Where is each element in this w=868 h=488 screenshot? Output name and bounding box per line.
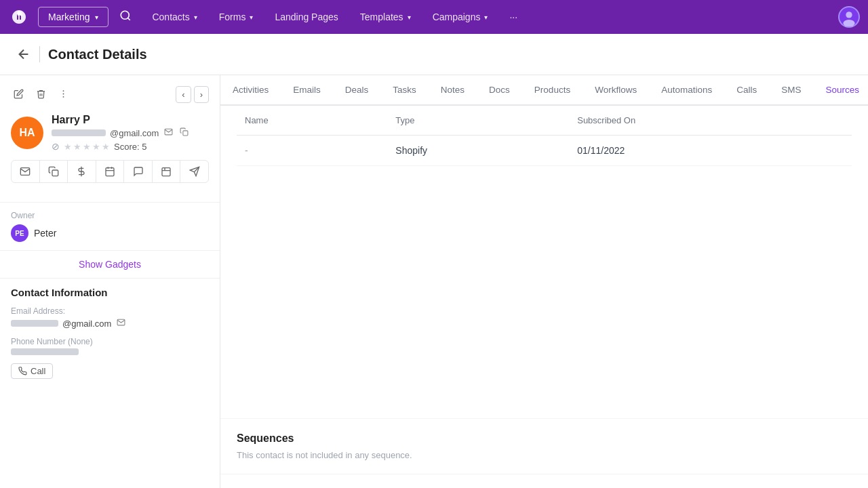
- nav-campaigns[interactable]: Campaigns ▾: [423, 6, 498, 28]
- tab-deals[interactable]: Deals: [333, 75, 381, 106]
- contacts-chevron: ▾: [194, 14, 197, 21]
- sources-table-head: Name Type Subscribed On: [237, 106, 852, 136]
- email-value: @gmail.com: [11, 318, 209, 329]
- tab-docs[interactable]: Docs: [477, 75, 522, 106]
- tab-automations[interactable]: Automations: [649, 75, 724, 106]
- billing-button[interactable]: [68, 161, 96, 182]
- tab-activities[interactable]: Activities: [220, 75, 281, 106]
- page-header: Contact Details: [0, 34, 868, 75]
- owner-name: Peter: [34, 228, 56, 239]
- owner-row: PE Peter: [11, 224, 209, 242]
- contact-card: ‹ › HA Harry P @gmail.com: [0, 75, 220, 203]
- svg-rect-12: [106, 168, 114, 176]
- nav-contacts[interactable]: Contacts ▾: [142, 6, 206, 28]
- marketing-label: Marketing: [48, 12, 90, 22]
- nav-forms[interactable]: Forms ▾: [210, 6, 263, 28]
- tab-sms[interactable]: SMS: [769, 75, 813, 106]
- back-button[interactable]: [16, 47, 31, 62]
- main-layout: ‹ › HA Harry P @gmail.com: [0, 75, 868, 488]
- tab-calls[interactable]: Calls: [724, 75, 769, 106]
- header-divider: [39, 46, 40, 62]
- tab-notes[interactable]: Notes: [429, 75, 477, 106]
- contact-email-row: @gmail.com: [52, 127, 190, 138]
- svg-point-3: [846, 12, 852, 18]
- task-button[interactable]: [153, 161, 181, 182]
- sources-table-header-row: Name Type Subscribed On: [237, 106, 852, 136]
- call-button[interactable]: Call: [11, 363, 53, 379]
- col-subscribed: Subscribed On: [569, 106, 852, 136]
- phone-label: Phone Number (None): [11, 337, 209, 346]
- phone-value: [11, 348, 209, 355]
- top-nav: Marketing ▾ Contacts ▾ Forms ▾ Landing P…: [0, 0, 868, 34]
- svg-point-0: [121, 11, 130, 19]
- nav-landing-pages[interactable]: Landing Pages: [265, 6, 347, 28]
- nav-templates[interactable]: Templates ▾: [351, 6, 420, 28]
- next-contact-button[interactable]: ›: [194, 86, 209, 103]
- stars: ★★★★★: [64, 142, 110, 152]
- campaigns-chevron: ▾: [484, 14, 488, 21]
- contact-card-actions: ‹ ›: [11, 86, 209, 103]
- delete-button[interactable]: [33, 87, 49, 102]
- source-name: -: [237, 136, 387, 166]
- calendar-button[interactable]: [96, 161, 125, 182]
- email-blurred: [52, 129, 106, 136]
- source-type: Shopify: [387, 136, 569, 166]
- user-avatar[interactable]: [838, 6, 860, 28]
- svg-rect-16: [162, 168, 170, 176]
- tab-emails[interactable]: Emails: [281, 75, 333, 106]
- col-name: Name: [237, 106, 387, 136]
- tab-products[interactable]: Products: [522, 75, 583, 106]
- send-email-button[interactable]: [12, 161, 40, 182]
- tab-workflows[interactable]: Workflows: [583, 75, 649, 106]
- email-label: Email Address:: [11, 306, 209, 316]
- copy-email-button[interactable]: [178, 127, 190, 138]
- contact-info-row: HA Harry P @gmail.com: [11, 114, 209, 152]
- contact-name: Harry P: [52, 114, 190, 126]
- svg-point-7: [63, 93, 64, 94]
- marketing-chevron: ▾: [95, 14, 98, 21]
- email-icon-button[interactable]: [163, 127, 174, 138]
- email-blurred-2: [11, 320, 58, 327]
- sources-content: Name Type Subscribed On -Shopify01/11/20…: [220, 106, 868, 418]
- phone-blurred: [11, 348, 79, 355]
- contact-details: Harry P @gmail.com: [52, 114, 190, 152]
- owner-avatar: PE: [11, 224, 28, 242]
- score-label: Score: 5: [114, 142, 146, 152]
- email-suffix-2: @gmail.com: [62, 319, 111, 329]
- search-button[interactable]: [111, 4, 140, 30]
- nav-more[interactable]: ···: [500, 6, 527, 28]
- marketing-dropdown[interactable]: Marketing ▾: [38, 7, 108, 27]
- edit-button[interactable]: [11, 87, 26, 102]
- contact-information: Contact Information Email Address: @gmai…: [0, 279, 220, 387]
- sources-table: Name Type Subscribed On -Shopify01/11/20…: [237, 106, 852, 166]
- card-action-left: [11, 87, 71, 102]
- owner-label: Owner: [11, 211, 209, 220]
- send-button[interactable]: [180, 161, 208, 182]
- score-icon: ⊘: [52, 141, 60, 152]
- tab-sources[interactable]: Sources: [813, 75, 868, 106]
- chat-button[interactable]: [124, 161, 153, 182]
- page-title: Contact Details: [48, 47, 147, 62]
- svg-rect-9: [183, 131, 188, 136]
- tab-tasks[interactable]: Tasks: [380, 75, 429, 106]
- app-logo: [8, 6, 30, 28]
- contact-avatar: HA: [11, 117, 43, 149]
- copy-button[interactable]: [40, 161, 68, 182]
- call-label: Call: [31, 366, 45, 376]
- prev-contact-button[interactable]: ‹: [176, 86, 191, 103]
- action-icon-bar: [11, 160, 209, 183]
- right-content: ActivitiesEmailsDealsTasksNotesDocsProdu…: [220, 75, 868, 488]
- sequences-heading: Sequences: [237, 432, 852, 445]
- tabs-bar: ActivitiesEmailsDealsTasksNotesDocsProdu…: [220, 75, 868, 106]
- contact-info-heading: Contact Information: [11, 287, 209, 298]
- sequences-section: Sequences This contact is not included i…: [220, 418, 868, 474]
- forms-chevron: ▾: [250, 14, 253, 21]
- more-options-button[interactable]: [56, 87, 71, 102]
- email-icon-button-2[interactable]: [115, 318, 127, 329]
- broadcasts-section: Broadcasts You haven't run any broadcast…: [220, 474, 868, 488]
- col-type: Type: [387, 106, 569, 136]
- show-gadgets-section: Show Gadgets: [0, 251, 220, 279]
- show-gadgets-button[interactable]: Show Gadgets: [79, 259, 141, 270]
- table-row: -Shopify01/11/2022: [237, 136, 852, 166]
- score-row: ⊘ ★★★★★ Score: 5: [52, 141, 190, 152]
